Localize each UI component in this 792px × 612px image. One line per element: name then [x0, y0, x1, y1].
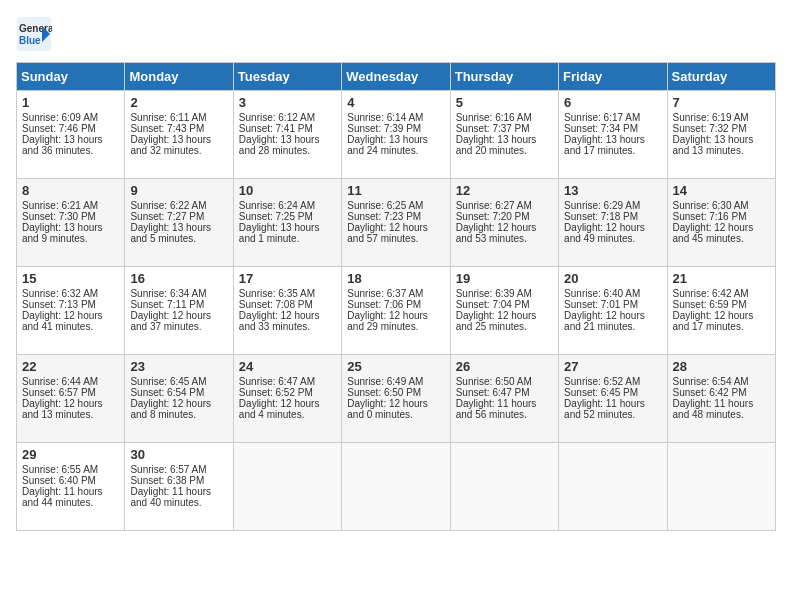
calendar-table: SundayMondayTuesdayWednesdayThursdayFrid… [16, 62, 776, 531]
day-number: 10 [239, 183, 336, 198]
sunset-line: Sunset: 7:11 PM [130, 299, 227, 310]
sunrise-line: Sunrise: 6:16 AM [456, 112, 553, 123]
sunrise-line: Sunrise: 6:34 AM [130, 288, 227, 299]
day-number: 2 [130, 95, 227, 110]
daylight-line: and 24 minutes. [347, 145, 444, 156]
calendar-cell [342, 443, 450, 531]
calendar-cell: 22Sunrise: 6:44 AMSunset: 6:57 PMDayligh… [17, 355, 125, 443]
daylight-line: and 40 minutes. [130, 497, 227, 508]
sunset-line: Sunset: 7:08 PM [239, 299, 336, 310]
sunrise-line: Sunrise: 6:35 AM [239, 288, 336, 299]
sunrise-line: Sunrise: 6:37 AM [347, 288, 444, 299]
daylight-line: Daylight: 12 hours [130, 310, 227, 321]
daylight-line: Daylight: 11 hours [130, 486, 227, 497]
sunrise-line: Sunrise: 6:29 AM [564, 200, 661, 211]
col-header-sunday: Sunday [17, 63, 125, 91]
daylight-line: and 5 minutes. [130, 233, 227, 244]
sunrise-line: Sunrise: 6:30 AM [673, 200, 770, 211]
calendar-cell: 1Sunrise: 6:09 AMSunset: 7:46 PMDaylight… [17, 91, 125, 179]
sunset-line: Sunset: 7:32 PM [673, 123, 770, 134]
week-row-4: 22Sunrise: 6:44 AMSunset: 6:57 PMDayligh… [17, 355, 776, 443]
sunrise-line: Sunrise: 6:24 AM [239, 200, 336, 211]
sunset-line: Sunset: 7:46 PM [22, 123, 119, 134]
calendar-cell [450, 443, 558, 531]
daylight-line: and 57 minutes. [347, 233, 444, 244]
sunrise-line: Sunrise: 6:57 AM [130, 464, 227, 475]
calendar-cell: 19Sunrise: 6:39 AMSunset: 7:04 PMDayligh… [450, 267, 558, 355]
calendar-cell: 11Sunrise: 6:25 AMSunset: 7:23 PMDayligh… [342, 179, 450, 267]
daylight-line: Daylight: 12 hours [673, 310, 770, 321]
daylight-line: and 28 minutes. [239, 145, 336, 156]
sunset-line: Sunset: 7:39 PM [347, 123, 444, 134]
day-number: 7 [673, 95, 770, 110]
calendar-cell: 15Sunrise: 6:32 AMSunset: 7:13 PMDayligh… [17, 267, 125, 355]
sunset-line: Sunset: 7:16 PM [673, 211, 770, 222]
calendar-cell [233, 443, 341, 531]
daylight-line: Daylight: 12 hours [239, 310, 336, 321]
day-number: 6 [564, 95, 661, 110]
sunset-line: Sunset: 7:27 PM [130, 211, 227, 222]
col-header-thursday: Thursday [450, 63, 558, 91]
sunset-line: Sunset: 6:38 PM [130, 475, 227, 486]
daylight-line: Daylight: 13 hours [347, 134, 444, 145]
daylight-line: and 17 minutes. [564, 145, 661, 156]
sunset-line: Sunset: 7:01 PM [564, 299, 661, 310]
daylight-line: Daylight: 13 hours [456, 134, 553, 145]
svg-text:Blue: Blue [19, 35, 41, 46]
daylight-line: Daylight: 13 hours [130, 222, 227, 233]
daylight-line: and 0 minutes. [347, 409, 444, 420]
sunrise-line: Sunrise: 6:49 AM [347, 376, 444, 387]
calendar-cell: 2Sunrise: 6:11 AMSunset: 7:43 PMDaylight… [125, 91, 233, 179]
daylight-line: Daylight: 12 hours [239, 398, 336, 409]
day-number: 22 [22, 359, 119, 374]
day-number: 29 [22, 447, 119, 462]
sunrise-line: Sunrise: 6:17 AM [564, 112, 661, 123]
sunset-line: Sunset: 6:40 PM [22, 475, 119, 486]
week-row-3: 15Sunrise: 6:32 AMSunset: 7:13 PMDayligh… [17, 267, 776, 355]
week-row-5: 29Sunrise: 6:55 AMSunset: 6:40 PMDayligh… [17, 443, 776, 531]
col-header-tuesday: Tuesday [233, 63, 341, 91]
day-number: 21 [673, 271, 770, 286]
daylight-line: and 49 minutes. [564, 233, 661, 244]
sunrise-line: Sunrise: 6:27 AM [456, 200, 553, 211]
calendar-cell: 3Sunrise: 6:12 AMSunset: 7:41 PMDaylight… [233, 91, 341, 179]
daylight-line: Daylight: 12 hours [347, 222, 444, 233]
daylight-line: and 9 minutes. [22, 233, 119, 244]
daylight-line: and 37 minutes. [130, 321, 227, 332]
daylight-line: and 8 minutes. [130, 409, 227, 420]
day-number: 9 [130, 183, 227, 198]
daylight-line: and 21 minutes. [564, 321, 661, 332]
sunset-line: Sunset: 7:37 PM [456, 123, 553, 134]
daylight-line: and 56 minutes. [456, 409, 553, 420]
daylight-line: Daylight: 12 hours [22, 310, 119, 321]
day-number: 28 [673, 359, 770, 374]
sunrise-line: Sunrise: 6:44 AM [22, 376, 119, 387]
calendar-cell [559, 443, 667, 531]
page-header: GeneralBlue [16, 16, 776, 52]
daylight-line: and 17 minutes. [673, 321, 770, 332]
col-header-saturday: Saturday [667, 63, 775, 91]
logo-icon: GeneralBlue [16, 16, 52, 52]
calendar-cell: 10Sunrise: 6:24 AMSunset: 7:25 PMDayligh… [233, 179, 341, 267]
col-header-monday: Monday [125, 63, 233, 91]
sunrise-line: Sunrise: 6:50 AM [456, 376, 553, 387]
daylight-line: Daylight: 12 hours [564, 222, 661, 233]
sunset-line: Sunset: 7:13 PM [22, 299, 119, 310]
daylight-line: Daylight: 12 hours [673, 222, 770, 233]
daylight-line: and 13 minutes. [22, 409, 119, 420]
daylight-line: Daylight: 13 hours [22, 222, 119, 233]
sunrise-line: Sunrise: 6:32 AM [22, 288, 119, 299]
sunrise-line: Sunrise: 6:52 AM [564, 376, 661, 387]
calendar-cell: 14Sunrise: 6:30 AMSunset: 7:16 PMDayligh… [667, 179, 775, 267]
calendar-cell: 6Sunrise: 6:17 AMSunset: 7:34 PMDaylight… [559, 91, 667, 179]
sunrise-line: Sunrise: 6:25 AM [347, 200, 444, 211]
daylight-line: Daylight: 12 hours [22, 398, 119, 409]
calendar-cell: 7Sunrise: 6:19 AMSunset: 7:32 PMDaylight… [667, 91, 775, 179]
daylight-line: Daylight: 13 hours [239, 222, 336, 233]
day-number: 5 [456, 95, 553, 110]
calendar-cell: 5Sunrise: 6:16 AMSunset: 7:37 PMDaylight… [450, 91, 558, 179]
daylight-line: and 41 minutes. [22, 321, 119, 332]
sunset-line: Sunset: 7:06 PM [347, 299, 444, 310]
daylight-line: Daylight: 13 hours [22, 134, 119, 145]
day-number: 23 [130, 359, 227, 374]
